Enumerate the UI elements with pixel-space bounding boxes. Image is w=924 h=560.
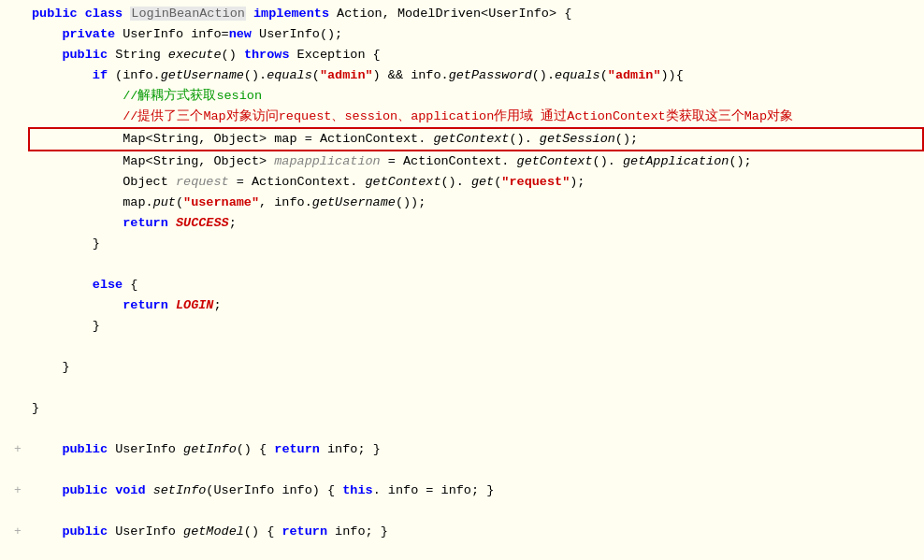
code-line-18: } bbox=[0, 357, 924, 378]
line-content-sep2 bbox=[28, 460, 924, 481]
line-content-3: public String execute() throws Exception… bbox=[28, 45, 924, 65]
code-line-sep2 bbox=[0, 460, 924, 481]
line-content-16: } bbox=[28, 316, 924, 337]
line-gutter-getinfo: + bbox=[7, 440, 28, 460]
code-line-14: else { bbox=[0, 275, 924, 295]
line-content-11: return SUCCESS; bbox=[28, 213, 924, 234]
code-line-10: map.put("username", info.getUsername()); bbox=[0, 193, 924, 213]
line-content-sep1 bbox=[28, 419, 924, 439]
line-gutter-getmodel: + bbox=[7, 523, 28, 542]
code-line-17 bbox=[0, 337, 924, 357]
line-content-19 bbox=[28, 378, 924, 398]
code-line-sep4 bbox=[0, 542, 924, 560]
line-content-1: public class LoginBeanAction implements … bbox=[28, 4, 924, 24]
code-line-sep1 bbox=[0, 419, 924, 439]
line-content-15: return LOGIN; bbox=[28, 295, 924, 316]
line-content-sep4 bbox=[28, 542, 924, 560]
code-line-getinfo: + public UserInfo getInfo() { return inf… bbox=[0, 439, 924, 460]
line-content-20: } bbox=[28, 398, 924, 419]
line-content-7: Map<String, Object> map = ActionContext.… bbox=[28, 127, 924, 151]
code-line-6: //提供了三个Map对象访问request、session、applicatio… bbox=[0, 107, 924, 127]
code-line-15: return LOGIN; bbox=[0, 295, 924, 316]
code-line-16: } bbox=[0, 316, 924, 337]
code-editor: public class LoginBeanAction implements … bbox=[0, 0, 924, 560]
code-line-13 bbox=[0, 254, 924, 275]
line-content-6: //提供了三个Map对象访问request、session、applicatio… bbox=[28, 107, 924, 127]
line-content-5: //解耦方式获取sesion bbox=[28, 86, 924, 107]
code-line-19 bbox=[0, 378, 924, 398]
code-line-2: private UserInfo info=new UserInfo(); bbox=[0, 24, 924, 45]
plus-icon-setinfo: + bbox=[14, 483, 22, 497]
code-line-20: } bbox=[0, 398, 924, 419]
line-content-12: } bbox=[28, 234, 924, 254]
line-content-10: map.put("username", info.getUsername()); bbox=[28, 193, 924, 213]
line-content-getmodel: public UserInfo getModel() { return info… bbox=[28, 522, 924, 542]
line-content-8: Map<String, Object> mapapplication = Act… bbox=[28, 151, 924, 172]
line-content-getinfo: public UserInfo getInfo() { return info;… bbox=[28, 439, 924, 460]
code-line-sep3 bbox=[0, 501, 924, 522]
code-line-setinfo: + public void setInfo(UserInfo info) { t… bbox=[0, 481, 924, 501]
line-content-14: else { bbox=[28, 275, 924, 295]
line-content-setinfo: public void setInfo(UserInfo info) { thi… bbox=[28, 481, 924, 501]
code-line-1: public class LoginBeanAction implements … bbox=[0, 4, 924, 24]
line-content-9: Object request = ActionContext. getConte… bbox=[28, 172, 924, 193]
code-line-7: Map<String, Object> map = ActionContext.… bbox=[0, 127, 924, 151]
line-content-sep3 bbox=[28, 501, 924, 522]
code-line-getmodel: + public UserInfo getModel() { return in… bbox=[0, 522, 924, 542]
code-line-9: Object request = ActionContext. getConte… bbox=[0, 172, 924, 193]
code-line-8: Map<String, Object> mapapplication = Act… bbox=[0, 151, 924, 172]
code-line-5: //解耦方式获取sesion bbox=[0, 86, 924, 107]
line-content-18: } bbox=[28, 357, 924, 378]
line-content-2: private UserInfo info=new UserInfo(); bbox=[28, 24, 924, 45]
plus-icon-getmodel: + bbox=[14, 524, 22, 538]
code-line-12: } bbox=[0, 234, 924, 254]
line-content-4: if (info.getUsername().equals("admin") &… bbox=[28, 65, 924, 86]
code-line-11: return SUCCESS; bbox=[0, 213, 924, 234]
line-content-13 bbox=[28, 254, 924, 275]
line-content-17 bbox=[28, 337, 924, 357]
code-line-3: public String execute() throws Exception… bbox=[0, 45, 924, 65]
line-gutter-setinfo: + bbox=[7, 481, 28, 501]
code-line-4: if (info.getUsername().equals("admin") &… bbox=[0, 65, 924, 86]
plus-icon-getinfo: + bbox=[14, 442, 22, 456]
